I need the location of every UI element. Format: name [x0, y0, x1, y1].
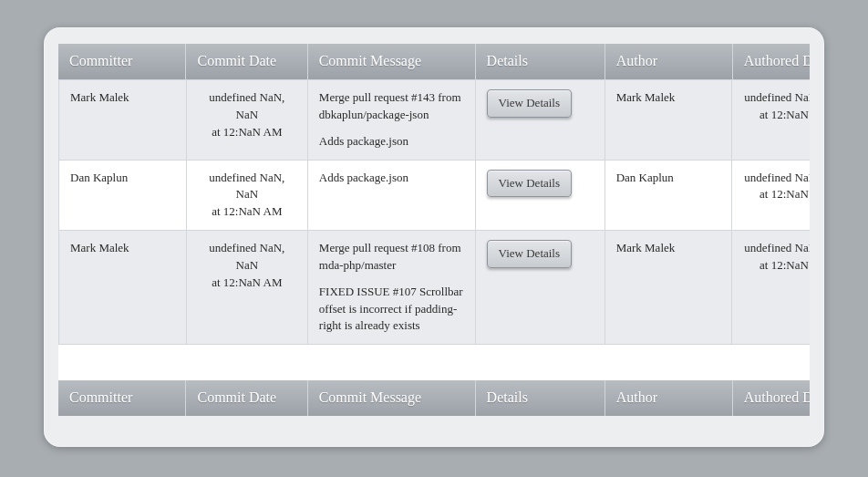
table-row: Mark Malek undefined NaN, NaN at 12:NaN … [59, 80, 811, 161]
details-cell: View Details [475, 160, 604, 231]
col-header-commit-date[interactable]: Commit Date [186, 44, 307, 79]
authored-date-cell: undefined NaN, NaN at 12:NaN AM [732, 160, 810, 231]
col-header-authored-date[interactable]: Authored Date [732, 44, 810, 79]
authored-date-line2: at 12:NaN AM [760, 108, 810, 121]
col-header-committer[interactable]: Committer [58, 44, 186, 79]
body-table: Mark Malek undefined NaN, NaN at 12:NaN … [58, 79, 810, 345]
commit-date-line2: at 12:NaN AM [212, 275, 282, 289]
authored-date-line1: undefined NaN, NaN [744, 90, 810, 104]
authored-date-cell: undefined NaN, NaN at 12:NaN AM [732, 80, 810, 161]
table-panel: Committer Commit Date Commit Message Det… [44, 27, 824, 447]
table-header-fixed: Committer Commit Date Commit Message Det… [58, 44, 810, 79]
table-wrap: Committer Commit Date Commit Message Det… [58, 44, 810, 432]
table-row: Dan Kaplun undefined NaN, NaN at 12:NaN … [59, 160, 811, 231]
view-details-button[interactable]: View Details [487, 240, 572, 268]
footer-row: Committer Commit Date Commit Message Det… [58, 380, 810, 416]
commit-date-line1: undefined NaN, NaN [209, 90, 284, 121]
authored-date-line2: at 12:NaN AM [760, 258, 810, 272]
commit-date-cell: undefined NaN, NaN at 12:NaN AM [186, 80, 307, 161]
commit-date-line1: undefined NaN, NaN [209, 241, 284, 272]
committer-cell: Mark Malek [59, 231, 187, 345]
committer-cell: Mark Malek [59, 80, 187, 161]
commit-date-line1: undefined NaN, NaN [209, 171, 284, 202]
author-cell: Dan Kaplun [604, 160, 732, 231]
col-footer-authored-date[interactable]: Authored Date [732, 380, 810, 416]
commit-date-line2: at 12:NaN AM [212, 204, 282, 218]
commit-message-part1: Merge pull request #143 from dbkaplun/pa… [319, 89, 464, 124]
committer-cell: Dan Kaplun [59, 160, 187, 231]
commit-date-cell: undefined NaN, NaN at 12:NaN AM [186, 231, 307, 345]
header-row: Committer Commit Date Commit Message Det… [58, 44, 810, 79]
col-footer-author[interactable]: Author [604, 380, 732, 416]
header-table: Committer Commit Date Commit Message Det… [58, 44, 810, 79]
commit-message-part1: Merge pull request #108 from mda-php/mas… [319, 240, 464, 275]
details-cell: View Details [475, 231, 604, 345]
details-cell: View Details [475, 80, 604, 161]
commit-message-cell: Merge pull request #143 from dbkaplun/pa… [307, 80, 475, 161]
table-body-scroll[interactable]: Mark Malek undefined NaN, NaN at 12:NaN … [58, 79, 810, 380]
commit-message-cell: Merge pull request #108 from mda-php/mas… [307, 231, 475, 345]
commit-message-part1: Adds package.json [319, 170, 464, 187]
authored-date-cell: undefined NaN, NaN at 12:NaN AM [732, 231, 810, 345]
authored-date-line2: at 12:NaN AM [760, 187, 810, 201]
view-details-button[interactable]: View Details [487, 89, 572, 118]
col-header-details[interactable]: Details [475, 44, 604, 79]
commit-date-line2: at 12:NaN AM [212, 125, 282, 139]
authored-date-line1: undefined NaN, NaN [744, 171, 810, 184]
col-footer-commit-date[interactable]: Commit Date [186, 380, 307, 416]
author-cell: Mark Malek [604, 80, 732, 161]
col-header-author[interactable]: Author [604, 44, 732, 79]
table-row: Mark Malek undefined NaN, NaN at 12:NaN … [59, 231, 811, 345]
commit-message-cell: Adds package.json [307, 160, 475, 231]
commit-message-part2: Adds package.json [319, 133, 464, 150]
commit-date-cell: undefined NaN, NaN at 12:NaN AM [186, 160, 307, 231]
col-footer-details[interactable]: Details [475, 380, 604, 416]
col-header-commit-message[interactable]: Commit Message [307, 44, 475, 79]
col-footer-commit-message[interactable]: Commit Message [307, 380, 475, 416]
commit-message-part2: FIXED ISSUE #107 Scrollbar offset is inc… [319, 284, 464, 336]
view-details-button[interactable]: View Details [487, 170, 572, 198]
authored-date-line1: undefined NaN, NaN [744, 241, 810, 254]
table-footer-fixed: Committer Commit Date Commit Message Det… [58, 380, 810, 416]
col-footer-committer[interactable]: Committer [58, 380, 186, 416]
footer-table: Committer Commit Date Commit Message Det… [58, 380, 810, 416]
author-cell: Mark Malek [604, 231, 732, 345]
